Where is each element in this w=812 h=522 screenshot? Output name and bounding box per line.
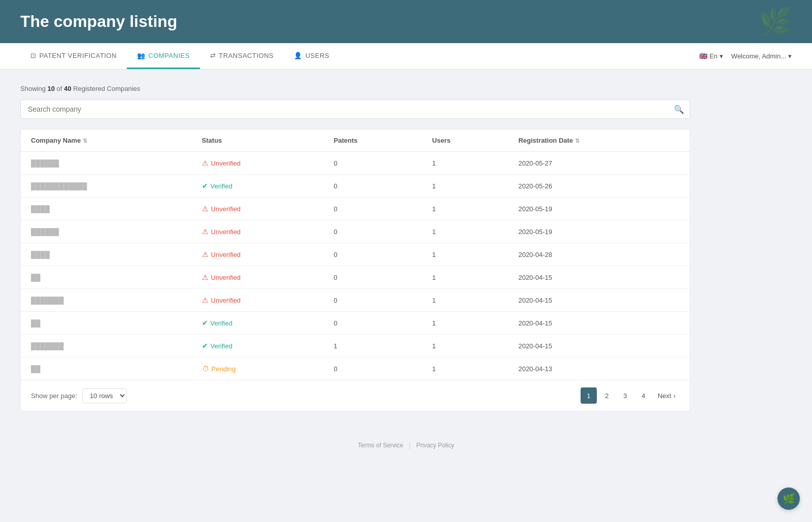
page-button-3[interactable]: 3	[617, 387, 633, 404]
col-company-name[interactable]: Company Name	[21, 129, 192, 152]
cell-patents: 0	[324, 175, 422, 198]
cell-company-name: ████	[21, 243, 192, 266]
users-icon: 👤	[294, 52, 302, 59]
pagination-area: Show per page: 10 rows 20 rows 50 rows 1…	[21, 380, 690, 411]
table-row[interactable]: ████████████ ✔ Verified 0 1 2020-05-26	[21, 175, 690, 198]
cell-users: 1	[422, 220, 509, 243]
cell-users: 1	[422, 289, 509, 312]
companies-icon: 👥	[137, 52, 146, 59]
cell-date: 2020-04-28	[508, 243, 690, 266]
table-row[interactable]: ███████ ⚠ Unverified 0 1 2020-04-15	[21, 289, 690, 312]
cell-date: 2020-05-19	[508, 220, 690, 243]
cell-patents: 0	[324, 198, 422, 220]
rows-per-page-select[interactable]: 10 rows 20 rows 50 rows	[82, 388, 127, 403]
showing-text: Showing 10 of 40 Registered Companies	[20, 85, 690, 92]
table-header: Company Name Status Patents Users Regist…	[21, 129, 690, 152]
status-label: Pending	[212, 365, 236, 373]
language-selector[interactable]: 🇬🇧 En ▾	[699, 52, 723, 60]
cell-company-name: ███████	[21, 335, 192, 357]
cell-date: 2020-04-13	[508, 357, 690, 380]
cell-patents: 0	[324, 152, 422, 175]
col-patents: Patents	[324, 129, 422, 152]
status-icon: ⚠	[202, 250, 209, 258]
next-button[interactable]: Next ›	[654, 389, 680, 402]
lang-chevron-icon: ▾	[720, 52, 723, 60]
status-label: Unverified	[211, 159, 241, 167]
table-row[interactable]: ██ ⏱ Pending 0 1 2020-04-13	[21, 357, 690, 380]
cell-date: 2020-04-15	[508, 312, 690, 335]
col-registration-date[interactable]: Registration Date	[508, 129, 690, 152]
header: The company listing 🌿	[0, 0, 812, 43]
status-label: Unverified	[211, 274, 241, 281]
cell-status: ⚠ Unverified	[192, 198, 324, 220]
page-button-2[interactable]: 2	[599, 387, 615, 404]
cell-company-name: ██	[21, 312, 192, 335]
cell-users: 1	[422, 357, 509, 380]
table-row[interactable]: ████ ⚠ Unverified 0 1 2020-04-28	[21, 243, 690, 266]
table-row[interactable]: ██ ✔ Verified 0 1 2020-04-15	[21, 312, 690, 335]
main-content: Showing 10 of 40 Registered Companies 🔍 …	[0, 70, 710, 427]
cell-status: ✔ Verified	[192, 312, 324, 335]
status-label: Verified	[211, 319, 232, 327]
nav-item-users[interactable]: 👤 USERS	[284, 43, 340, 69]
page-numbers: 1 2 3 4 Next ›	[581, 387, 680, 404]
cell-company-name: ████	[21, 198, 192, 220]
table-row[interactable]: ██████ ⚠ Unverified 0 1 2020-05-19	[21, 220, 690, 243]
cell-patents: 0	[324, 312, 422, 335]
cell-status: ⏱ Pending	[192, 357, 324, 380]
cell-date: 2020-05-27	[508, 152, 690, 175]
rows-per-page: Show per page: 10 rows 20 rows 50 rows	[31, 388, 135, 403]
cell-company-name: ███████	[21, 289, 192, 312]
companies-table: Company Name Status Patents Users Regist…	[21, 129, 690, 380]
status-icon: ✔	[202, 319, 208, 327]
cell-users: 1	[422, 335, 509, 357]
cell-company-name: ██	[21, 266, 192, 289]
table-row[interactable]: ███████ ✔ Verified 1 1 2020-04-15	[21, 335, 690, 357]
cell-date: 2020-04-15	[508, 335, 690, 357]
col-status: Status	[192, 129, 324, 152]
status-icon: ⏱	[202, 365, 209, 373]
status-label: Unverified	[211, 251, 241, 258]
cell-status: ⚠ Unverified	[192, 220, 324, 243]
nav-item-transactions[interactable]: ⇄ TRANSACTIONS	[200, 43, 284, 69]
cell-patents: 0	[324, 289, 422, 312]
cell-users: 1	[422, 198, 509, 220]
table-row[interactable]: ██ ⚠ Unverified 0 1 2020-04-15	[21, 266, 690, 289]
cell-status: ⚠ Unverified	[192, 243, 324, 266]
status-label: Unverified	[211, 228, 241, 236]
terms-link[interactable]: Terms of Service	[358, 442, 403, 449]
user-chevron-icon: ▾	[788, 52, 792, 60]
cell-patents: 0	[324, 243, 422, 266]
page-button-1[interactable]: 1	[581, 387, 597, 404]
cell-users: 1	[422, 243, 509, 266]
navigation: ⊡ PATENT VERIFICATION 👥 COMPANIES ⇄ TRAN…	[0, 43, 812, 70]
nav-item-companies[interactable]: 👥 COMPANIES	[127, 43, 200, 69]
cell-status: ⚠ Unverified	[192, 289, 324, 312]
cell-company-name: ████████████	[21, 175, 192, 198]
table-body: ██████ ⚠ Unverified 0 1 2020-05-27 █████…	[21, 152, 690, 380]
cell-company-name: ██	[21, 357, 192, 380]
cell-status: ⚠ Unverified	[192, 266, 324, 289]
cell-company-name: ██████	[21, 220, 192, 243]
footer: Terms of Service | Privacy Policy	[0, 427, 812, 464]
status-icon: ✔	[202, 342, 208, 350]
status-icon: ⚠	[202, 159, 209, 167]
nav-item-patent-verification[interactable]: ⊡ PATENT VERIFICATION	[20, 43, 127, 69]
cell-date: 2020-05-26	[508, 175, 690, 198]
status-icon: ⚠	[202, 205, 209, 213]
status-label: Unverified	[211, 297, 241, 304]
cell-patents: 0	[324, 357, 422, 380]
search-container: 🔍	[20, 100, 690, 119]
search-input[interactable]	[20, 100, 690, 119]
status-icon: ⚠	[202, 227, 209, 236]
user-menu[interactable]: Welcome, Admin... ▾	[731, 52, 792, 60]
privacy-link[interactable]: Privacy Policy	[416, 442, 454, 449]
table-row[interactable]: ████ ⚠ Unverified 0 1 2020-05-19	[21, 198, 690, 220]
search-button[interactable]: 🔍	[674, 105, 684, 114]
nav-right: 🇬🇧 En ▾ Welcome, Admin... ▾	[699, 52, 792, 60]
next-chevron-icon: ›	[673, 392, 675, 400]
page-button-4[interactable]: 4	[635, 387, 652, 404]
cell-patents: 1	[324, 335, 422, 357]
cell-patents: 0	[324, 220, 422, 243]
table-row[interactable]: ██████ ⚠ Unverified 0 1 2020-05-27	[21, 152, 690, 175]
